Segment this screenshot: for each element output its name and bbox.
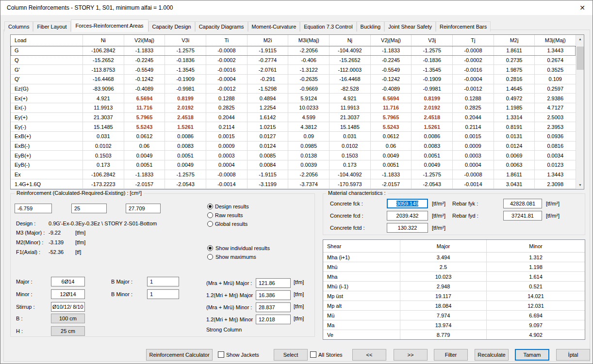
column-header[interactable]: M2i	[247, 35, 289, 46]
load-case-cell: Q'	[11, 75, 83, 84]
existing-area-field[interactable]: 27.709	[126, 204, 161, 213]
scroll-up-icon[interactable]: ▲	[576, 35, 584, 43]
value-cell: 0.2735	[494, 56, 535, 65]
table-row[interactable]: G'-113.8753-0.5549-1.3545-0.0016-2.0761-…	[11, 65, 576, 75]
value-cell: 4.921	[83, 94, 124, 103]
table-row[interactable]: Ex-106.2842-1.1833-1.2575-0.0008-1.9115-…	[11, 170, 576, 180]
value-cell: 1.2254	[247, 103, 289, 112]
design-results-radio[interactable]	[207, 204, 213, 209]
value-cell: 5.7965	[124, 113, 165, 122]
table-row[interactable]: Ez(G)-83.9096-0.4089-0.9981-0.0012-1.529…	[11, 84, 576, 94]
mra-minor-field[interactable]: 28.837	[256, 302, 291, 312]
material-characteristics-group: Material characteristics : Concrete fck …	[323, 193, 585, 235]
value-cell: -0.2245	[124, 56, 165, 65]
global-results-radio[interactable]	[207, 221, 213, 227]
column-header[interactable]: Tj	[453, 35, 494, 46]
rebar-fyd-field[interactable]: 37241.81	[503, 211, 542, 221]
value-cell: -1.1833	[124, 46, 165, 55]
table-row[interactable]: ExB(+)0.0310.06120.00860.00150.01270.090…	[11, 132, 576, 142]
b-dimension-button[interactable]: 100 cm	[51, 314, 85, 323]
value-cell: 1.3314	[494, 113, 535, 122]
all-stories-checkbox[interactable]	[310, 351, 316, 358]
recalculate-button[interactable]: Recalculate	[475, 349, 509, 361]
concrete-fctd-label: Concrete fctd :	[330, 225, 365, 231]
b-minor-field[interactable]: 1	[147, 289, 179, 299]
mri-major-field[interactable]: 16.386	[256, 290, 291, 300]
table-row[interactable]: Ex(-)11.991311.7162.01920.28251.225410.0…	[11, 103, 576, 113]
concrete-fck-field[interactable]: 3059.149	[387, 199, 428, 208]
column-header[interactable]: M3j(Maj)	[535, 35, 576, 46]
column-header[interactable]: Load	[11, 35, 83, 46]
column-header[interactable]: V3i	[165, 35, 206, 46]
table-row[interactable]: EyB(+)0.15030.00490.00510.00030.00850.01…	[11, 151, 576, 160]
show-jackets-checkbox[interactable]	[218, 351, 224, 358]
filter-button[interactable]: Filter	[434, 349, 468, 361]
column-header[interactable]: M2j	[494, 35, 535, 46]
concrete-fctd-field[interactable]: 130.322	[387, 223, 428, 233]
column-header[interactable]: V2j(Maj)	[371, 35, 412, 46]
raw-results-label: Raw results	[215, 212, 243, 218]
value-cell: -0.0008	[206, 170, 247, 179]
minor-rebar-field[interactable]: 12Ø14	[51, 289, 85, 299]
load-case-cell: EyB(+)	[11, 151, 83, 160]
tab-moment-curvature[interactable]: Moment-Curvature	[248, 21, 300, 32]
reinforcement-calculator-button[interactable]: Reinforcement Calculator	[146, 349, 213, 361]
tab-capacity-diagrams[interactable]: Capacity Diagrams	[195, 21, 248, 32]
scroll-thumb[interactable]	[577, 47, 584, 70]
calculated-area-field[interactable]: -6.759	[15, 204, 52, 213]
column-header[interactable]: Nj	[329, 35, 371, 46]
tab-buckling[interactable]: Buckling	[357, 21, 385, 32]
scroll-down-icon[interactable]: ▼	[576, 181, 584, 189]
table-row[interactable]: Ey(-)15.14855.52431.52610.21141.02154.38…	[11, 122, 576, 132]
load-case-cell: ExB(+)	[11, 132, 83, 141]
required-area-field[interactable]: 25	[71, 204, 107, 213]
rebar-fyk-field[interactable]: 42828.081	[503, 199, 542, 208]
tab-forces-reinforcement-areas[interactable]: Forces-Reinforcement Areas	[71, 19, 148, 32]
tab-joint-shear-safety[interactable]: Joint Shear Safety	[384, 21, 436, 32]
table-row[interactable]: Ex(+)4.9216.56940.81990.12880.48945.9124…	[11, 94, 576, 103]
tab-fiber-layout[interactable]: Fiber Layout	[33, 21, 70, 32]
table-scrollbar[interactable]: ▲ ▼	[576, 35, 584, 189]
stirrup-field[interactable]: Ø10/12/ 8/10	[51, 302, 85, 312]
tab-columns[interactable]: Columns	[4, 21, 33, 32]
show-individual-results-radio[interactable]	[207, 245, 213, 251]
b-major-field[interactable]: 1	[147, 277, 179, 286]
mra-major-field[interactable]: 121.86	[256, 278, 291, 288]
column-header[interactable]: Ti	[206, 35, 247, 46]
tab-reinforcement-bars[interactable]: Reinforcement Bars	[436, 21, 491, 32]
value-cell: -170.5973	[329, 179, 371, 189]
h-dimension-button[interactable]: 25 cm	[51, 326, 85, 336]
table-row[interactable]: Q'-16.4468-0.1242-0.1909-0.0004-0.291-0.…	[11, 75, 576, 84]
b-dimension-label: B :	[16, 316, 22, 321]
column-header[interactable]: Ni	[83, 35, 124, 46]
existing-area-value: 27.709	[129, 206, 145, 211]
tab-equation-7-3-control[interactable]: Equation 7.3 Control	[300, 21, 356, 32]
show-maximums-radio[interactable]	[207, 254, 213, 260]
close-icon[interactable]: ✕	[578, 3, 587, 12]
column-header[interactable]: M3i(Maj)	[288, 35, 329, 46]
tamam-button[interactable]: Tamam	[515, 349, 549, 361]
next-column-button[interactable]: >>	[394, 349, 428, 361]
raw-results-radio[interactable]	[207, 212, 213, 218]
shear-value-cell: 2.948	[400, 282, 487, 291]
table-row[interactable]: Ey(+)21.30375.79652.45180.20441.61424.59…	[11, 113, 576, 123]
iptal-button[interactable]: İptal	[556, 349, 590, 361]
value-cell: 1.8611	[494, 46, 535, 55]
table-row[interactable]: 1.4G+1.6Q-173.2223-2.0157-2.0543-0.0014-…	[11, 179, 576, 189]
mri-minor-field[interactable]: 12.018	[256, 315, 291, 324]
table-row[interactable]: EyB(-)0.1730.00510.00490.00040.00840.003…	[11, 160, 576, 170]
column-header[interactable]: V2i(Maj)	[124, 35, 165, 46]
major-rebar-field[interactable]: 6Ø14	[51, 277, 85, 286]
table-row[interactable]: ExB(-)0.01020.060.00830.00090.01240.0985…	[11, 142, 576, 151]
table-row[interactable]: G-106.2842-1.1833-1.2575-0.0008-1.9115-2…	[11, 46, 576, 56]
column-header[interactable]: V3j	[412, 35, 453, 46]
table-row[interactable]: Q-15.2652-0.2245-0.1836-0.0002-0.2774-0.…	[11, 56, 576, 65]
concrete-fcd-field[interactable]: 2039.432	[387, 211, 428, 221]
value-cell: 0.0004	[206, 160, 247, 170]
tab-capacity-design[interactable]: Capacity Design	[148, 21, 195, 32]
value-cell: -1.5298	[247, 84, 289, 94]
value-cell: -0.0004	[453, 75, 494, 84]
value-cell: 0.3525	[535, 65, 576, 74]
previous-column-button[interactable]: <<	[352, 349, 386, 361]
select-button[interactable]: Select	[274, 349, 308, 361]
